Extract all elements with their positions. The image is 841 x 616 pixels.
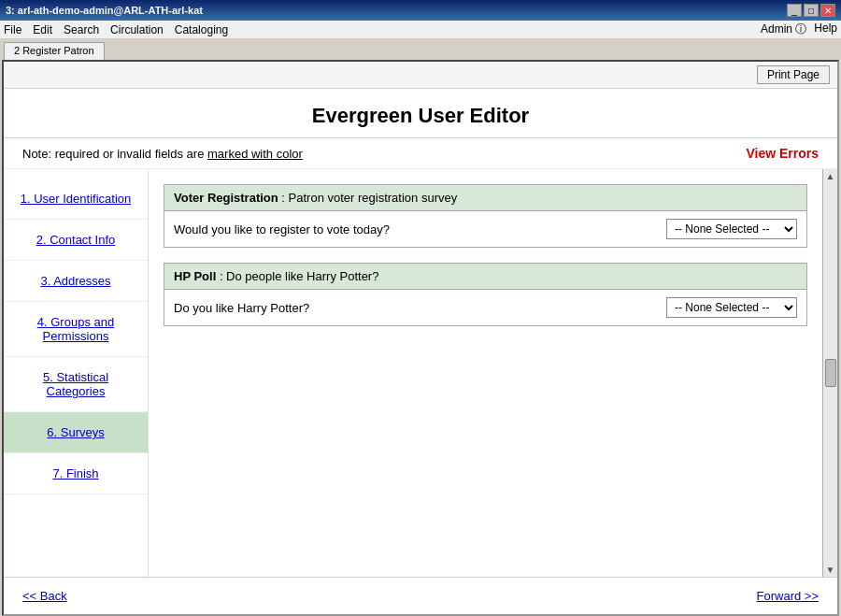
tab-register-patron[interactable]: 2 Register Patron: [4, 42, 105, 60]
menu-bar: File Edit Search Circulation Cataloging …: [0, 21, 841, 39]
tab-bar: 2 Register Patron: [0, 39, 841, 60]
scroll-thumb[interactable]: [825, 359, 836, 387]
sidebar-item-statistical-categories[interactable]: 5. Statistical Categories: [4, 357, 148, 412]
body-area: 1. User Identification 2. Contact Info 3…: [4, 169, 837, 577]
sidebar: 1. User Identification 2. Contact Info 3…: [4, 169, 149, 577]
menu-cataloging[interactable]: Cataloging: [175, 23, 228, 36]
menu-admin[interactable]: Admin ⓘ: [761, 21, 806, 37]
voter-registration-section: Voter Registration : Patron voter regist…: [164, 184, 807, 248]
title-bar: 3: arl-ath-demo-admin@ARL-ATH-arl-kat _ …: [0, 0, 841, 21]
sidebar-item-finish[interactable]: 7. Finish: [4, 453, 148, 494]
view-errors-link[interactable]: View Errors: [746, 146, 819, 161]
menu-file[interactable]: File: [4, 23, 21, 36]
voter-registration-row: Would you like to register to vote today…: [164, 211, 806, 247]
scroll-down[interactable]: ▼: [826, 565, 835, 575]
hp-poll-subtitle: : Do people like Harry Potter?: [216, 269, 378, 283]
scroll-up[interactable]: ▲: [826, 171, 835, 181]
forward-link[interactable]: Forward >>: [757, 589, 819, 603]
page-title-area: Evergreen User Editor: [4, 89, 837, 138]
voter-registration-subtitle: : Patron voter registration survey: [278, 191, 457, 205]
menu-search[interactable]: Search: [64, 23, 99, 36]
voter-registration-select[interactable]: -- None Selected -- Yes No: [666, 219, 797, 239]
menu-circulation[interactable]: Circulation: [110, 23, 164, 36]
menu-items: File Edit Search Circulation Cataloging: [4, 23, 228, 36]
hp-poll-header: HP Poll : Do people like Harry Potter?: [164, 264, 806, 290]
notice-bar: Note: required or invalid fields are mar…: [4, 138, 837, 169]
window-controls: _ □ ✕: [787, 4, 835, 17]
print-page-button[interactable]: Print Page: [757, 65, 830, 84]
menu-right: Admin ⓘ Help: [761, 21, 837, 37]
minimize-button[interactable]: _: [787, 4, 802, 17]
voter-registration-question: Would you like to register to vote today…: [174, 222, 390, 236]
maximize-button[interactable]: □: [804, 4, 819, 17]
toolbar: Print Page: [4, 62, 837, 89]
main-content: Voter Registration : Patron voter regist…: [149, 169, 822, 577]
content-area: Evergreen User Editor Note: required or …: [4, 89, 837, 614]
hp-poll-question: Do you like Harry Potter?: [174, 301, 309, 315]
sidebar-item-user-identification[interactable]: 1. User Identification: [4, 179, 148, 220]
close-button[interactable]: ✕: [820, 4, 835, 17]
voter-registration-header: Voter Registration : Patron voter regist…: [164, 185, 806, 211]
menu-help[interactable]: Help: [814, 21, 837, 37]
scrollbar[interactable]: ▲ ▼: [822, 169, 837, 577]
menu-edit[interactable]: Edit: [33, 23, 52, 36]
hp-poll-section: HP Poll : Do people like Harry Potter? D…: [164, 263, 807, 326]
hp-poll-select-wrap: -- None Selected -- Yes No: [666, 297, 797, 318]
hp-poll-row: Do you like Harry Potter? -- None Select…: [164, 290, 806, 325]
back-link[interactable]: << Back: [22, 589, 67, 603]
sidebar-item-addresses[interactable]: 3. Addresses: [4, 261, 148, 302]
voter-registration-title: Voter Registration: [174, 191, 278, 205]
hp-poll-title: HP Poll: [174, 269, 216, 283]
sidebar-item-contact-info[interactable]: 2. Contact Info: [4, 220, 148, 261]
page-title: Evergreen User Editor: [4, 104, 837, 128]
notice-text: Note: required or invalid fields are mar…: [22, 147, 303, 161]
footer-nav: << Back Forward >>: [4, 577, 837, 614]
window-title: 3: arl-ath-demo-admin@ARL-ATH-arl-kat: [6, 5, 203, 16]
main-window: Print Page Evergreen User Editor Note: r…: [2, 60, 839, 616]
sidebar-item-groups-permissions[interactable]: 4. Groups and Permissions: [4, 302, 148, 357]
voter-registration-select-wrap: -- None Selected -- Yes No: [666, 219, 797, 239]
hp-poll-select[interactable]: -- None Selected -- Yes No: [666, 297, 797, 318]
sidebar-item-surveys[interactable]: 6. Surveys: [4, 412, 148, 453]
